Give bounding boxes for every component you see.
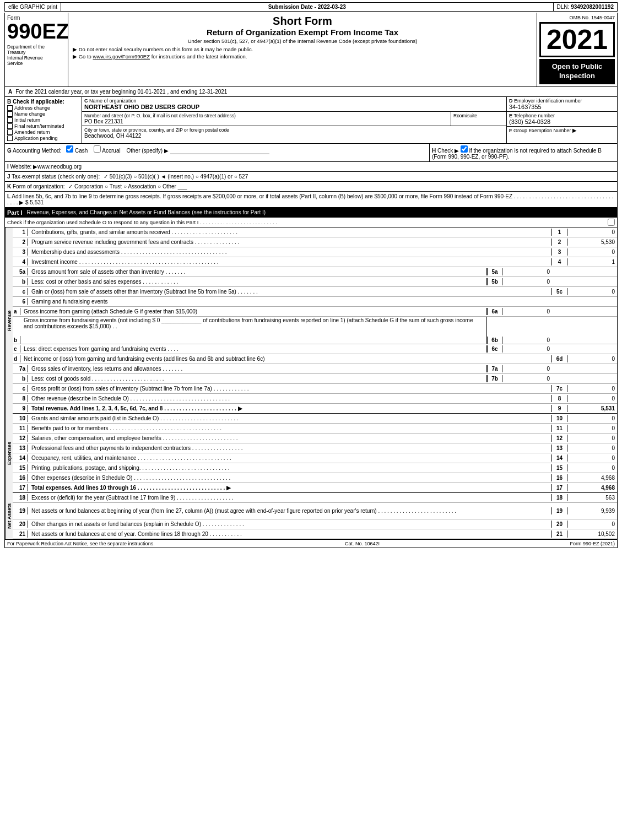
row-num: 4 bbox=[13, 258, 28, 265]
phone-value: (330) 524-0328 bbox=[509, 118, 615, 125]
org-name: NORTHEAST OHIO DB2 USERS GROUP bbox=[84, 104, 504, 110]
street-label: Number and street (or P. O. box, if mail… bbox=[84, 113, 448, 118]
part-i-checkbox[interactable] bbox=[608, 219, 615, 226]
table-row: 7a Gross sales of inventory, less return… bbox=[13, 364, 617, 374]
row-val: 563 bbox=[567, 494, 617, 501]
checkbox-final-return[interactable]: Final return/terminated bbox=[7, 123, 79, 129]
row-mid-label: 7b bbox=[487, 375, 502, 382]
row-linenum: 10 bbox=[552, 415, 567, 422]
checkbox-address-change[interactable]: Address change bbox=[7, 105, 79, 111]
row-val: 0 bbox=[567, 454, 617, 462]
city-label: City or town, state or province, country… bbox=[84, 127, 504, 133]
omb-number: OMB No. 1545-0047 bbox=[539, 15, 615, 20]
short-form-title: Short Form bbox=[73, 15, 532, 28]
row-val: 0 bbox=[567, 435, 617, 442]
row-linenum: 20 bbox=[552, 521, 567, 528]
checkbox-initial-return-box[interactable] bbox=[7, 117, 13, 123]
accrual-checkbox[interactable] bbox=[94, 145, 101, 153]
row-desc: Occupancy, rent, utilities, and maintena… bbox=[28, 454, 552, 462]
row-linenum: 5c bbox=[552, 288, 567, 295]
row-mid-val: 0 bbox=[502, 365, 552, 372]
row-linenum: 2 bbox=[552, 239, 567, 246]
part-i-header: Part I Revenue, Expenses, and Changes in… bbox=[4, 208, 618, 218]
street-value: PO Box 221331 bbox=[84, 118, 448, 124]
efile-label: efile GRAPHIC print bbox=[5, 3, 61, 11]
row-sub-letter: d bbox=[13, 355, 20, 362]
row-num: 13 bbox=[13, 445, 28, 452]
row-val: 0 bbox=[567, 445, 617, 452]
row-linenum: 6d bbox=[552, 355, 567, 362]
checkbox-name-change[interactable]: Name change bbox=[7, 111, 79, 117]
instruction1: ▶ Do not enter social security numbers o… bbox=[73, 46, 532, 52]
initial-return-label: Initial return bbox=[14, 117, 40, 123]
row-mid-val: 0 bbox=[502, 278, 552, 285]
subtitle: Under section 501(c), 527, or 4947(a)(1)… bbox=[73, 38, 532, 44]
row-linenum: 17 bbox=[552, 484, 567, 491]
open-to-public: Open to Public Inspection bbox=[539, 59, 615, 84]
section-gh: G Accounting Method: Cash Accrual Other … bbox=[5, 144, 617, 162]
center-header: Short Form Return of Organization Exempt… bbox=[68, 13, 537, 86]
dept-info: Department of the Treasury Internal Reve… bbox=[7, 44, 66, 66]
row-mid-val: 0 bbox=[502, 345, 552, 353]
checkbox-name-change-box[interactable] bbox=[7, 111, 13, 117]
expenses-section: Expenses 10 Grants and similar amounts p… bbox=[4, 414, 618, 493]
row-mid-label: 5a bbox=[487, 268, 502, 275]
table-row: 12 Salaries, other compensation, and emp… bbox=[13, 433, 617, 443]
application-pending-label: Application pending bbox=[14, 136, 58, 141]
section-e-label: E Telephone number bbox=[509, 113, 615, 118]
row-desc: Gross sales of inventory, less returns a… bbox=[28, 365, 487, 372]
section-f-label: F Group Exemption Number ▶ bbox=[509, 128, 615, 133]
row-linenum: 1 bbox=[552, 229, 567, 236]
row-desc: Other expenses (describe in Schedule O) … bbox=[28, 474, 552, 481]
checkbox-amended-return-box[interactable] bbox=[7, 129, 13, 135]
net-assets-rows: 18 Excess or (deficit) for the year (Sub… bbox=[13, 493, 617, 539]
checkbox-application-pending[interactable]: Application pending bbox=[7, 136, 79, 141]
expenses-rows: 10 Grants and similar amounts paid (list… bbox=[13, 414, 617, 493]
final-return-label: Final return/terminated bbox=[14, 123, 64, 129]
row-linenum: 11 bbox=[552, 425, 567, 432]
row-num: c bbox=[13, 288, 28, 295]
row-num: 16 bbox=[13, 474, 28, 481]
row-linenum: 8 bbox=[552, 395, 567, 402]
checkbox-initial-return[interactable]: Initial return bbox=[7, 117, 79, 123]
checkbox-final-return-box[interactable] bbox=[7, 123, 13, 129]
row-num: 2 bbox=[13, 239, 28, 246]
section-b: B Check if applicable: Address change Na… bbox=[5, 97, 82, 143]
checkbox-application-pending-box[interactable] bbox=[7, 136, 13, 141]
row-num: 12 bbox=[13, 435, 28, 442]
row-num: c bbox=[13, 385, 28, 392]
row-val: 0 bbox=[567, 521, 617, 528]
row-num: 18 bbox=[13, 494, 28, 501]
row-desc: Gaming and fundraising events bbox=[28, 298, 617, 305]
row-bcd: B Check if applicable: Address change Na… bbox=[5, 97, 617, 144]
schedule-b-checkbox[interactable] bbox=[461, 145, 468, 153]
row-num: 7a bbox=[13, 365, 28, 372]
cash-checkbox[interactable] bbox=[66, 145, 73, 153]
section-d-label: D Employer identification number bbox=[509, 98, 615, 104]
row-val: 5,530 bbox=[567, 239, 617, 246]
row-linenum: 21 bbox=[552, 530, 567, 538]
section-c-label: C Name of organization bbox=[84, 98, 504, 104]
row-num: 5a bbox=[13, 268, 28, 275]
row-desc: Total expenses. Add lines 10 through 16 … bbox=[28, 484, 552, 491]
section-a-label: A bbox=[8, 89, 12, 95]
table-row: 14 Occupancy, rent, utilities, and maint… bbox=[13, 453, 617, 463]
table-row: 20 Other changes in net assets or fund b… bbox=[13, 519, 617, 529]
row-num: 9 bbox=[13, 405, 28, 412]
checkbox-address-change-box[interactable] bbox=[7, 105, 13, 111]
row-desc: Net assets or fund balances at end of ye… bbox=[28, 530, 552, 538]
row-linenum: 4 bbox=[552, 258, 567, 265]
row-desc: Printing, publications, postage, and shi… bbox=[28, 464, 552, 472]
row-desc: Less: cost or other basis and sales expe… bbox=[28, 278, 487, 285]
row-linenum: 3 bbox=[552, 248, 567, 256]
row-sub-letter: b bbox=[13, 336, 20, 344]
instruction2: ▶ Go to www.irs.gov/Form990EZ for instru… bbox=[73, 53, 532, 59]
row-desc: Less: direct expenses from gaming and fu… bbox=[20, 345, 487, 353]
row-mid-label: 6c bbox=[487, 345, 502, 353]
table-row: 21 Net assets or fund balances at end of… bbox=[13, 529, 617, 539]
section-c: C Name of organization NORTHEAST OHIO DB… bbox=[82, 97, 507, 143]
row-linenum: 7c bbox=[552, 385, 567, 392]
checkbox-amended-return[interactable]: Amended return bbox=[7, 129, 79, 135]
address-change-label: Address change bbox=[14, 105, 50, 111]
part-i-title: Revenue, Expenses, and Changes in Net As… bbox=[27, 209, 266, 216]
